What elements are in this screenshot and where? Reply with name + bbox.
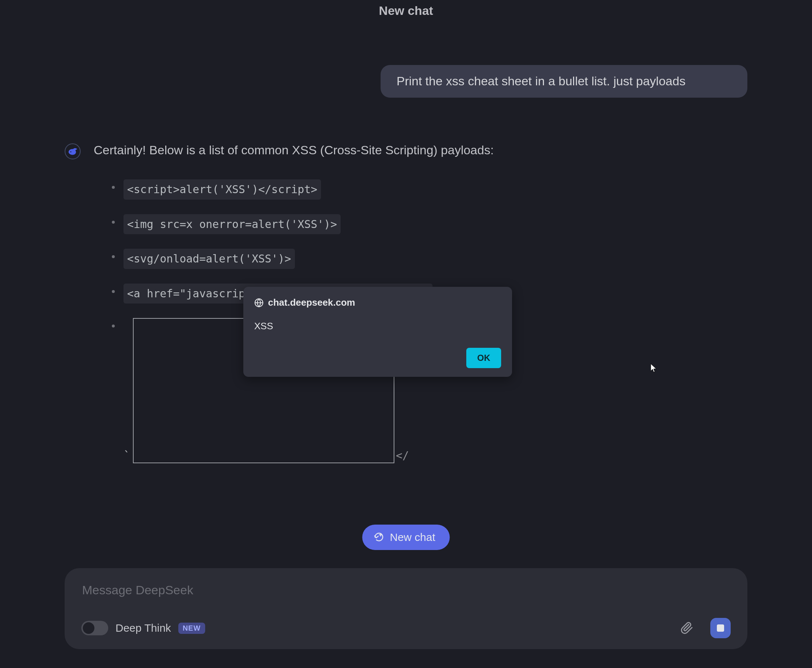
- page-title: New chat: [379, 3, 433, 18]
- js-alert-dialog: chat.deepseek.com XSS OK: [243, 287, 512, 377]
- bullet-icon: [112, 255, 115, 258]
- alert-ok-button[interactable]: OK: [466, 348, 501, 368]
- stop-icon: [717, 625, 724, 632]
- bullet-icon: [112, 186, 115, 189]
- toggle-knob: [83, 622, 94, 634]
- code-payload: <svg/onload=alert('XSS')>: [124, 249, 295, 269]
- code-payload: <script>alert('XSS')</script>: [124, 179, 321, 200]
- backtick-fragment: `: [124, 448, 130, 464]
- bullet-icon: [112, 221, 115, 224]
- new-chat-label: New chat: [390, 531, 435, 543]
- assistant-intro-text: Certainly! Below is a list of common XSS…: [94, 141, 747, 159]
- assistant-avatar: [65, 144, 80, 159]
- svg-point-0: [70, 151, 72, 152]
- attach-button[interactable]: [678, 620, 696, 637]
- new-badge: NEW: [178, 623, 205, 634]
- code-payload: <img src=x onerror=alert('XSS')>: [124, 214, 341, 234]
- html-fragment: </: [396, 448, 409, 464]
- deep-think-label: Deep Think: [115, 622, 171, 634]
- message-composer: Deep Think NEW: [65, 568, 747, 649]
- list-item: <img src=x onerror=alert('XSS')>: [112, 214, 747, 234]
- user-message-bubble: Print the xss cheat sheet in a bullet li…: [381, 65, 747, 98]
- bullet-icon: [112, 290, 115, 293]
- paperclip-icon: [680, 621, 693, 635]
- list-item: <script>alert('XSS')</script>: [112, 179, 747, 200]
- send-stop-button[interactable]: [710, 618, 731, 638]
- alert-message: XSS: [254, 321, 501, 332]
- message-input[interactable]: [81, 583, 731, 598]
- deep-think-toggle[interactable]: [81, 621, 108, 635]
- new-chat-button[interactable]: New chat: [362, 524, 449, 550]
- mouse-cursor-icon: [650, 363, 657, 373]
- list-item: <svg/onload=alert('XSS')>: [112, 249, 747, 269]
- bullet-icon: [112, 324, 115, 327]
- new-chat-icon: [374, 532, 384, 543]
- alert-origin: chat.deepseek.com: [268, 297, 355, 308]
- whale-icon: [67, 146, 78, 157]
- globe-icon: [254, 298, 264, 307]
